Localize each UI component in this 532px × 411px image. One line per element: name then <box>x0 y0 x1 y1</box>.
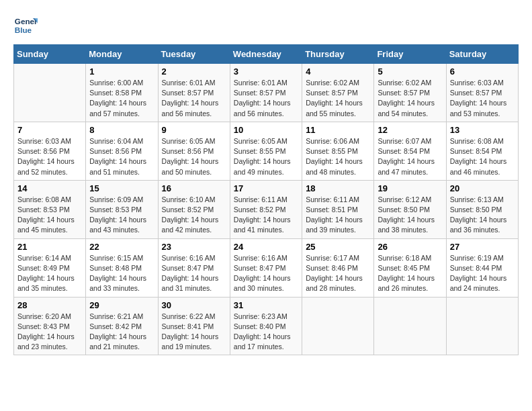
calendar-cell: 1Sunrise: 6:00 AMSunset: 8:58 PMDaylight… <box>86 64 158 122</box>
day-info: Sunrise: 6:16 AMSunset: 8:47 PMDaylight:… <box>162 253 226 294</box>
day-number: 7 <box>17 125 82 135</box>
day-info: Sunrise: 6:11 AMSunset: 8:52 PMDaylight:… <box>234 195 298 236</box>
week-row-1: 1Sunrise: 6:00 AMSunset: 8:58 PMDaylight… <box>14 64 519 122</box>
day-info: Sunrise: 6:20 AMSunset: 8:43 PMDaylight:… <box>17 312 82 353</box>
day-number: 12 <box>378 125 442 135</box>
day-number: 10 <box>234 125 298 135</box>
svg-text:Blue: Blue <box>15 26 32 34</box>
logo-icon: General Blue <box>13 13 38 38</box>
day-info: Sunrise: 6:22 AMSunset: 8:41 PMDaylight:… <box>162 312 226 353</box>
day-number: 8 <box>89 125 154 135</box>
day-info: Sunrise: 6:05 AMSunset: 8:56 PMDaylight:… <box>162 136 226 177</box>
day-number: 29 <box>89 300 154 310</box>
day-number: 18 <box>306 183 370 193</box>
column-header-friday: Friday <box>374 45 446 64</box>
calendar-cell: 11Sunrise: 6:06 AMSunset: 8:55 PMDayligh… <box>302 122 374 180</box>
calendar-cell: 27Sunrise: 6:19 AMSunset: 8:44 PMDayligh… <box>446 238 518 297</box>
day-number: 27 <box>450 242 515 252</box>
day-number: 30 <box>162 300 226 310</box>
day-number: 1 <box>89 66 154 77</box>
calendar-cell: 3Sunrise: 6:01 AMSunset: 8:57 PMDaylight… <box>230 64 302 122</box>
day-number: 24 <box>234 242 298 252</box>
calendar-cell: 15Sunrise: 6:09 AMSunset: 8:53 PMDayligh… <box>86 180 158 238</box>
calendar-cell: 29Sunrise: 6:21 AMSunset: 8:42 PMDayligh… <box>86 297 158 355</box>
day-number: 2 <box>162 66 226 77</box>
day-number: 11 <box>306 125 370 135</box>
day-info: Sunrise: 6:17 AMSunset: 8:46 PMDaylight:… <box>306 253 370 294</box>
day-number: 15 <box>89 183 154 193</box>
calendar-cell: 20Sunrise: 6:13 AMSunset: 8:50 PMDayligh… <box>446 180 518 238</box>
calendar-cell: 5Sunrise: 6:02 AMSunset: 8:57 PMDaylight… <box>374 64 446 122</box>
day-info: Sunrise: 6:13 AMSunset: 8:50 PMDaylight:… <box>450 195 515 236</box>
day-info: Sunrise: 6:02 AMSunset: 8:57 PMDaylight:… <box>306 78 370 119</box>
day-info: Sunrise: 6:06 AMSunset: 8:55 PMDaylight:… <box>306 136 370 177</box>
day-number: 6 <box>450 66 515 77</box>
day-info: Sunrise: 6:19 AMSunset: 8:44 PMDaylight:… <box>450 253 515 294</box>
calendar-cell: 4Sunrise: 6:02 AMSunset: 8:57 PMDaylight… <box>302 64 374 122</box>
calendar-cell <box>446 297 518 355</box>
day-number: 28 <box>17 300 82 310</box>
day-info: Sunrise: 6:08 AMSunset: 8:54 PMDaylight:… <box>450 136 515 177</box>
day-number: 13 <box>450 125 515 135</box>
day-info: Sunrise: 6:14 AMSunset: 8:49 PMDaylight:… <box>17 253 82 294</box>
day-number: 31 <box>234 300 298 310</box>
day-info: Sunrise: 6:01 AMSunset: 8:57 PMDaylight:… <box>162 78 226 119</box>
svg-text:General: General <box>15 17 38 26</box>
calendar-cell: 2Sunrise: 6:01 AMSunset: 8:57 PMDaylight… <box>158 64 230 122</box>
day-number: 14 <box>17 183 82 193</box>
calendar-cell: 7Sunrise: 6:03 AMSunset: 8:56 PMDaylight… <box>14 122 86 180</box>
day-info: Sunrise: 6:03 AMSunset: 8:56 PMDaylight:… <box>17 136 82 177</box>
day-info: Sunrise: 6:12 AMSunset: 8:50 PMDaylight:… <box>378 195 442 236</box>
day-number: 25 <box>306 242 370 252</box>
week-row-3: 14Sunrise: 6:08 AMSunset: 8:53 PMDayligh… <box>14 180 519 238</box>
day-number: 23 <box>162 242 226 252</box>
calendar-cell: 6Sunrise: 6:03 AMSunset: 8:57 PMDaylight… <box>446 64 518 122</box>
day-number: 17 <box>234 183 298 193</box>
day-info: Sunrise: 6:08 AMSunset: 8:53 PMDaylight:… <box>17 195 82 236</box>
day-info: Sunrise: 6:11 AMSunset: 8:51 PMDaylight:… <box>306 195 370 236</box>
calendar-cell: 19Sunrise: 6:12 AMSunset: 8:50 PMDayligh… <box>374 180 446 238</box>
week-row-5: 28Sunrise: 6:20 AMSunset: 8:43 PMDayligh… <box>14 297 519 355</box>
column-header-sunday: Sunday <box>14 45 86 64</box>
day-number: 4 <box>306 66 370 77</box>
logo: General Blue <box>13 13 40 38</box>
day-info: Sunrise: 6:10 AMSunset: 8:52 PMDaylight:… <box>162 195 226 236</box>
day-info: Sunrise: 6:03 AMSunset: 8:57 PMDaylight:… <box>450 78 515 119</box>
calendar-cell: 13Sunrise: 6:08 AMSunset: 8:54 PMDayligh… <box>446 122 518 180</box>
calendar-table: SundayMondayTuesdayWednesdayThursdayFrid… <box>13 44 519 355</box>
calendar-cell: 16Sunrise: 6:10 AMSunset: 8:52 PMDayligh… <box>158 180 230 238</box>
calendar-cell <box>14 64 86 122</box>
column-header-monday: Monday <box>86 45 158 64</box>
day-number: 5 <box>378 66 442 77</box>
calendar-cell: 23Sunrise: 6:16 AMSunset: 8:47 PMDayligh… <box>158 238 230 297</box>
day-info: Sunrise: 6:07 AMSunset: 8:54 PMDaylight:… <box>378 136 442 177</box>
calendar-header-row: SundayMondayTuesdayWednesdayThursdayFrid… <box>14 45 519 64</box>
day-info: Sunrise: 6:02 AMSunset: 8:57 PMDaylight:… <box>378 78 442 119</box>
day-info: Sunrise: 6:18 AMSunset: 8:45 PMDaylight:… <box>378 253 442 294</box>
day-info: Sunrise: 6:04 AMSunset: 8:56 PMDaylight:… <box>89 136 154 177</box>
day-info: Sunrise: 6:09 AMSunset: 8:53 PMDaylight:… <box>89 195 154 236</box>
day-number: 21 <box>17 242 82 252</box>
page-header: General Blue <box>13 13 519 38</box>
calendar-cell: 9Sunrise: 6:05 AMSunset: 8:56 PMDaylight… <box>158 122 230 180</box>
column-header-wednesday: Wednesday <box>230 45 302 64</box>
calendar-cell: 8Sunrise: 6:04 AMSunset: 8:56 PMDaylight… <box>86 122 158 180</box>
day-info: Sunrise: 6:21 AMSunset: 8:42 PMDaylight:… <box>89 312 154 353</box>
calendar-cell: 31Sunrise: 6:23 AMSunset: 8:40 PMDayligh… <box>230 297 302 355</box>
calendar-cell: 26Sunrise: 6:18 AMSunset: 8:45 PMDayligh… <box>374 238 446 297</box>
column-header-thursday: Thursday <box>302 45 374 64</box>
column-header-tuesday: Tuesday <box>158 45 230 64</box>
day-info: Sunrise: 6:16 AMSunset: 8:47 PMDaylight:… <box>234 253 298 294</box>
calendar-cell: 10Sunrise: 6:05 AMSunset: 8:55 PMDayligh… <box>230 122 302 180</box>
calendar-cell: 21Sunrise: 6:14 AMSunset: 8:49 PMDayligh… <box>14 238 86 297</box>
calendar-cell: 14Sunrise: 6:08 AMSunset: 8:53 PMDayligh… <box>14 180 86 238</box>
calendar-cell <box>302 297 374 355</box>
day-number: 3 <box>234 66 298 77</box>
calendar-cell: 24Sunrise: 6:16 AMSunset: 8:47 PMDayligh… <box>230 238 302 297</box>
day-info: Sunrise: 6:01 AMSunset: 8:57 PMDaylight:… <box>234 78 298 119</box>
day-number: 20 <box>450 183 515 193</box>
calendar-cell: 17Sunrise: 6:11 AMSunset: 8:52 PMDayligh… <box>230 180 302 238</box>
day-number: 19 <box>378 183 442 193</box>
day-number: 26 <box>378 242 442 252</box>
week-row-4: 21Sunrise: 6:14 AMSunset: 8:49 PMDayligh… <box>14 238 519 297</box>
